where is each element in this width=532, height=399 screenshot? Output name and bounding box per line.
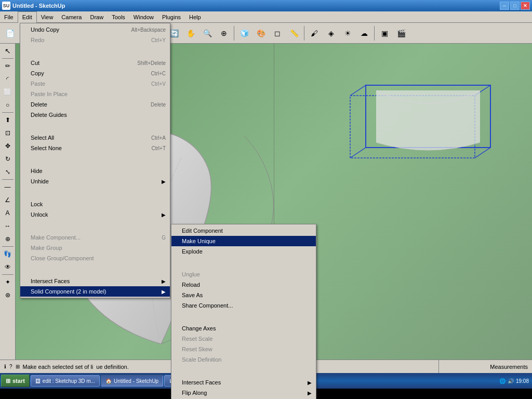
submenu-reset-skew[interactable]: Reset Skew: [171, 344, 316, 354]
select-tool[interactable]: ↖: [2, 45, 14, 57]
menu-make-group[interactable]: Make Group: [20, 243, 170, 253]
text-tool[interactable]: A: [2, 207, 14, 219]
submenu-explode[interactable]: Explode: [171, 246, 316, 257]
canvas-area[interactable]: Undo Copy Alt+Backspace Redo Ctrl+Y Cut …: [16, 44, 532, 360]
menu-solid-component[interactable]: Solid Component (2 in model) ▶: [20, 286, 170, 297]
taskbar-icon-1: 🖼: [35, 378, 41, 384]
expand-icon: ⊞: [16, 364, 20, 369]
submenu-reset-scale[interactable]: Reset Scale: [171, 334, 316, 344]
taskbar-label-2: Untitled - SketchUp: [114, 378, 158, 384]
push-pull-tool[interactable]: ⬆: [2, 114, 14, 126]
speaker-icon: 🔊: [508, 378, 514, 384]
menu-tools[interactable]: Tools: [108, 11, 129, 23]
offset-tool[interactable]: ⊡: [2, 127, 14, 139]
dimension-tool[interactable]: ↔: [2, 220, 14, 232]
titlebar-left: SU Untitled - SketchUp: [2, 2, 65, 10]
tape-tool[interactable]: —: [2, 181, 14, 193]
zoom-ext-button[interactable]: ⊕: [216, 25, 232, 41]
menu-make-component[interactable]: Make Component... G: [20, 232, 170, 243]
move-tool[interactable]: ✥: [2, 140, 14, 152]
maximize-button[interactable]: □: [510, 2, 520, 10]
scale-tool[interactable]: ⤡: [2, 166, 14, 178]
measure-button[interactable]: 📏: [286, 25, 302, 41]
new-button[interactable]: 📄: [2, 25, 18, 41]
menu-help[interactable]: Help: [185, 11, 205, 23]
start-label: start: [12, 378, 25, 384]
window-title: Untitled - SketchUp: [12, 3, 65, 9]
toolbar-separator-5: [234, 26, 234, 41]
walk-tool[interactable]: 👣: [2, 248, 14, 260]
submenu-scale-definition[interactable]: Scale Definition: [171, 354, 316, 360]
submenu-save-as[interactable]: Save As: [171, 290, 316, 300]
section-button[interactable]: ◈: [323, 25, 339, 41]
eraser-button[interactable]: ◻: [270, 25, 285, 41]
menu-paste[interactable]: Paste Ctrl+V: [20, 78, 170, 89]
svg-line-4: [475, 148, 490, 158]
shadow-button[interactable]: ☀: [340, 25, 355, 41]
submenu-reload[interactable]: Reload: [171, 280, 316, 290]
menu-select-all[interactable]: Select All Ctrl+A: [20, 132, 170, 143]
pan-button[interactable]: ✋: [183, 25, 198, 41]
menu-window[interactable]: Window: [129, 11, 158, 23]
menu-plugins[interactable]: Plugins: [158, 11, 185, 23]
rotate-tool[interactable]: ↻: [2, 153, 14, 165]
menu-cut[interactable]: Cut Shift+Delete: [20, 58, 170, 68]
menu-sep-4: [20, 188, 170, 198]
axes-tool[interactable]: ⊕: [2, 233, 14, 245]
titlebar-buttons[interactable]: ─ □ ✕: [500, 2, 530, 10]
fog-button[interactable]: ☁: [356, 25, 372, 41]
info-icon: ℹ: [4, 364, 6, 369]
toolbar-separator-6: [304, 26, 304, 41]
menu-intersect-faces[interactable]: Intersect Faces ▶: [20, 276, 170, 286]
zoom-button[interactable]: 🔍: [200, 25, 215, 41]
menu-unhide[interactable]: Unhide ▶: [20, 176, 170, 187]
lt-sep-5: [2, 274, 14, 275]
submenu-make-unique[interactable]: Make Unique: [171, 236, 316, 246]
minimize-button[interactable]: ─: [500, 2, 509, 10]
lookat-tool[interactable]: 👁: [2, 261, 14, 273]
submenu-sep-1: [171, 258, 316, 268]
extra-tool[interactable]: ⊛: [2, 289, 14, 301]
rect-tool[interactable]: ⬜: [2, 86, 14, 98]
circle-tool[interactable]: ○: [2, 99, 14, 111]
menu-redo[interactable]: Redo Ctrl+Y: [20, 44, 170, 45]
taskbar-item-2[interactable]: 🏠 Untitled - SketchUp: [101, 375, 163, 387]
menu-close-group[interactable]: Close Group/Component: [20, 253, 170, 263]
menu-sep-6: [20, 264, 170, 275]
start-button[interactable]: ⊞ start: [1, 375, 30, 387]
menu-draw[interactable]: Draw: [86, 11, 108, 23]
menu-select-none[interactable]: Select None Ctrl+T: [20, 143, 170, 153]
lt-sep-3: [2, 179, 14, 180]
toolbar-separator-7: [374, 26, 375, 41]
menu-paste-in-place[interactable]: Paste In Place: [20, 89, 170, 99]
menubar: File Edit View Camera Draw Tools Window …: [0, 11, 532, 23]
menu-file[interactable]: File: [0, 11, 18, 23]
submenu-change-axes[interactable]: Change Axes: [171, 323, 316, 334]
submenu-edit-component[interactable]: Edit Component: [171, 225, 316, 236]
line-tool[interactable]: ✏: [2, 60, 14, 72]
menu-edit[interactable]: Edit: [18, 11, 37, 23]
layer-button[interactable]: ▣: [377, 25, 392, 41]
lt-sep-4: [2, 246, 14, 247]
submenu-unglue[interactable]: Unglue: [171, 269, 316, 280]
menu-lock[interactable]: Lock: [20, 199, 170, 209]
protractor-tool[interactable]: ∠: [2, 194, 14, 206]
menu-view[interactable]: View: [37, 11, 58, 23]
style-button[interactable]: 🖌: [307, 25, 322, 41]
taskbar-label-1: edit : Sketchup 3D m...: [43, 378, 95, 384]
close-button[interactable]: ✕: [521, 2, 530, 10]
scene-button[interactable]: 🎬: [393, 25, 409, 41]
arc-tool[interactable]: ◜: [2, 73, 14, 85]
submenu-share-component[interactable]: Share Component...: [171, 300, 316, 311]
paint-button[interactable]: 🎨: [253, 25, 269, 41]
menu-copy[interactable]: Copy Ctrl+C: [20, 68, 170, 78]
menu-hide[interactable]: Hide: [20, 166, 170, 176]
menu-camera[interactable]: Camera: [57, 11, 86, 23]
section-plane-tool[interactable]: ✦: [2, 276, 14, 288]
question-icon: ?: [9, 364, 12, 369]
taskbar-item-1[interactable]: 🖼 edit : Sketchup 3D m...: [31, 375, 100, 387]
menu-unlock[interactable]: Unlock ▶: [20, 209, 170, 220]
menu-delete[interactable]: Delete Delete: [20, 99, 170, 110]
component-button[interactable]: 🧊: [236, 25, 252, 41]
menu-delete-guides[interactable]: Delete Guides: [20, 110, 170, 120]
